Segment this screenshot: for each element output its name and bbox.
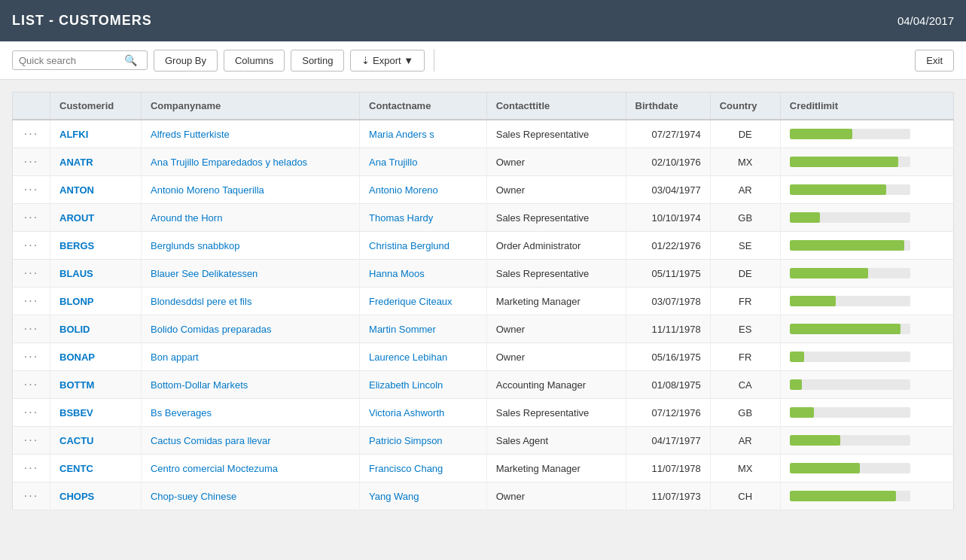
row-contactname[interactable]: Maria Anders s: [360, 120, 487, 148]
row-companyname[interactable]: Antonio Moreno Taquerilla: [141, 176, 359, 204]
row-contactname[interactable]: Frederique Citeaux: [360, 288, 487, 315]
row-companyname[interactable]: Bolido Comidas preparadas: [141, 315, 359, 343]
row-companyname[interactable]: Cactus Comidas para llevar: [141, 427, 359, 455]
row-actions[interactable]: ···: [13, 204, 50, 232]
row-creditlimit: [780, 482, 953, 510]
row-birthdate: 04/17/1977: [626, 427, 710, 455]
row-contactname[interactable]: Ana Trujillo: [360, 148, 487, 176]
row-companyname[interactable]: Bon appart: [141, 343, 359, 371]
row-actions[interactable]: ···: [13, 176, 50, 204]
row-contactname[interactable]: Yang Wang: [360, 482, 487, 510]
col-header-contactname[interactable]: Contactname: [360, 93, 487, 120]
row-customerid[interactable]: ANATR: [50, 148, 142, 176]
row-companyname[interactable]: Bottom-Dollar Markets: [141, 371, 359, 399]
row-birthdate: 10/10/1974: [626, 204, 710, 232]
table-row: ··· CHOPS Chop-suey Chinese Yang Wang Ow…: [13, 482, 954, 510]
export-button[interactable]: ⇣ Export ▼: [350, 50, 425, 72]
columns-button[interactable]: Columns: [224, 50, 285, 72]
group-by-button[interactable]: Group By: [154, 50, 218, 72]
row-country: CH: [710, 482, 780, 510]
exit-button[interactable]: Exit: [915, 50, 954, 72]
col-header-contacttitle[interactable]: Contacttitle: [486, 93, 626, 120]
row-customerid[interactable]: ANTON: [50, 176, 142, 204]
row-country: CA: [710, 371, 780, 399]
row-contactname[interactable]: Christina Berglund: [360, 232, 487, 260]
row-companyname[interactable]: Chop-suey Chinese: [141, 482, 359, 510]
table-row: ··· BOLID Bolido Comidas preparadas Mart…: [13, 315, 954, 343]
row-actions[interactable]: ···: [13, 482, 50, 510]
row-birthdate: 01/22/1976: [626, 232, 710, 260]
col-header-companyname[interactable]: Companyname: [141, 93, 359, 120]
row-actions[interactable]: ···: [13, 399, 50, 427]
row-creditlimit: [780, 371, 953, 399]
row-country: ES: [710, 315, 780, 343]
row-actions[interactable]: ···: [13, 260, 50, 288]
row-contacttitle: Order Administrator: [486, 232, 626, 260]
row-companyname[interactable]: Alfreds Futterkiste: [141, 120, 359, 148]
table-row: ··· BOTTM Bottom-Dollar Markets Elizabet…: [13, 371, 954, 399]
row-actions[interactable]: ···: [13, 148, 50, 176]
row-contactname[interactable]: Elizabeth Lincoln: [360, 371, 487, 399]
row-customerid[interactable]: BONAP: [50, 343, 142, 371]
row-contactname[interactable]: Antonio Moreno: [360, 176, 487, 204]
row-companyname[interactable]: Berglunds snabbkop: [141, 232, 359, 260]
row-companyname[interactable]: Ana Trujillo Emparedados y helados: [141, 148, 359, 176]
row-actions[interactable]: ···: [13, 315, 50, 343]
row-actions[interactable]: ···: [13, 427, 50, 455]
row-creditlimit: [780, 399, 953, 427]
row-customerid[interactable]: ALFKI: [50, 120, 142, 148]
row-contactname[interactable]: Laurence Lebihan: [360, 343, 487, 371]
row-customerid[interactable]: BOTTM: [50, 371, 142, 399]
row-contactname[interactable]: Francisco Chang: [360, 455, 487, 482]
row-customerid[interactable]: CHOPS: [50, 482, 142, 510]
row-customerid[interactable]: CENTC: [50, 455, 142, 482]
row-customerid[interactable]: BERGS: [50, 232, 142, 260]
row-country: MX: [710, 455, 780, 482]
credit-bar-fill: [790, 157, 898, 167]
row-actions[interactable]: ···: [13, 288, 50, 315]
row-companyname[interactable]: Around the Horn: [141, 204, 359, 232]
row-companyname[interactable]: Blauer See Delikatessen: [141, 260, 359, 288]
col-header-country[interactable]: Country: [710, 93, 780, 120]
col-header-creditlimit[interactable]: Creditlimit: [780, 93, 953, 120]
sorting-button[interactable]: Sorting: [291, 50, 344, 72]
row-customerid[interactable]: BLONP: [50, 288, 142, 315]
row-customerid[interactable]: CACTU: [50, 427, 142, 455]
col-header-customerid[interactable]: Customerid: [50, 93, 142, 120]
row-country: FR: [710, 343, 780, 371]
row-birthdate: 11/07/1973: [626, 482, 710, 510]
row-creditlimit: [780, 455, 953, 482]
row-contactname[interactable]: Martin Sommer: [360, 315, 487, 343]
row-actions[interactable]: ···: [13, 455, 50, 482]
row-customerid[interactable]: BLAUS: [50, 260, 142, 288]
row-creditlimit: [780, 120, 953, 148]
row-contacttitle: Owner: [486, 343, 626, 371]
row-creditlimit: [780, 343, 953, 371]
search-input[interactable]: [19, 55, 124, 66]
row-contacttitle: Accounting Manager: [486, 371, 626, 399]
row-customerid[interactable]: BOLID: [50, 315, 142, 343]
row-contactname[interactable]: Patricio Simpson: [360, 427, 487, 455]
search-box[interactable]: 🔍: [12, 50, 148, 70]
row-customerid[interactable]: BSBEV: [50, 399, 142, 427]
row-contactname[interactable]: Hanna Moos: [360, 260, 487, 288]
toolbar-separator: [434, 49, 434, 72]
row-birthdate: 02/10/1976: [626, 148, 710, 176]
row-actions[interactable]: ···: [13, 371, 50, 399]
col-header-birthdate[interactable]: Birthdate: [626, 93, 710, 120]
credit-bar-fill: [790, 212, 820, 223]
row-actions[interactable]: ···: [13, 343, 50, 371]
row-contacttitle: Owner: [486, 148, 626, 176]
row-customerid[interactable]: AROUT: [50, 204, 142, 232]
app-header: LIST - CUSTOMERS 04/04/2017: [0, 0, 966, 41]
row-actions[interactable]: ···: [13, 232, 50, 260]
row-contactname[interactable]: Victoria Ashworth: [360, 399, 487, 427]
customers-table: Customerid Companyname Contactname Conta…: [12, 92, 954, 510]
row-creditlimit: [780, 260, 953, 288]
row-country: DE: [710, 260, 780, 288]
row-contactname[interactable]: Thomas Hardy: [360, 204, 487, 232]
row-companyname[interactable]: Blondesddsl pere et fils: [141, 288, 359, 315]
row-actions[interactable]: ···: [13, 120, 50, 148]
row-companyname[interactable]: Centro comercial Moctezuma: [141, 455, 359, 482]
row-companyname[interactable]: Bs Beverages: [141, 399, 359, 427]
